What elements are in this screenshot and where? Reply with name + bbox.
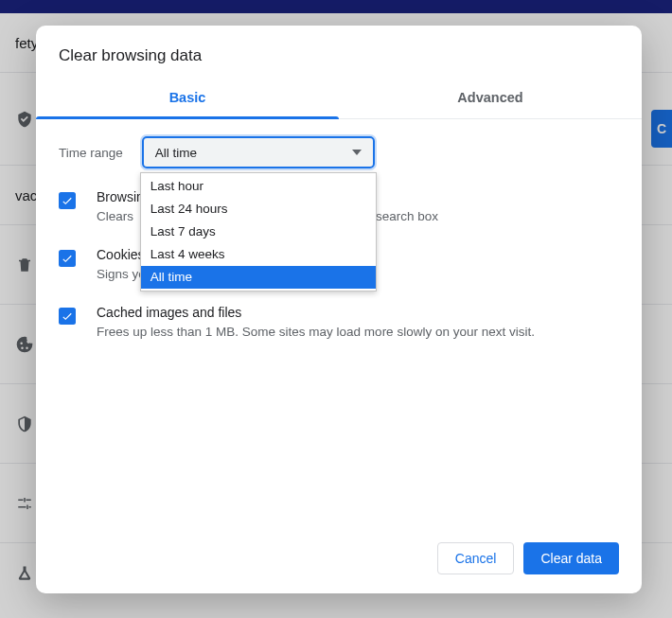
tabs: Basic Advanced xyxy=(36,79,642,119)
time-range-value: All time xyxy=(155,146,197,160)
dialog-body: Time range All time Last hour Last 24 ho… xyxy=(36,119,642,527)
time-range-label: Time range xyxy=(59,146,123,160)
checkbox-cookies[interactable] xyxy=(59,250,76,267)
option-sub-prefix: Clears xyxy=(97,208,133,226)
caret-down-icon xyxy=(352,150,362,155)
clear-data-button[interactable]: Clear data xyxy=(523,542,619,574)
time-range-select-wrap: All time Last hour Last 24 hours Last 7 … xyxy=(142,136,375,168)
time-range-dropdown: Last hour Last 24 hours Last 7 days Last… xyxy=(140,172,377,291)
cancel-button[interactable]: Cancel xyxy=(437,542,515,574)
option-heading: Cached images and files xyxy=(97,305,535,320)
clear-browsing-data-dialog: Clear browsing data Basic Advanced Time … xyxy=(36,26,642,593)
checkbox-browsing-history[interactable] xyxy=(59,192,76,209)
option-text: Cached images and files Frees up less th… xyxy=(97,305,535,342)
dialog-title: Clear browsing data xyxy=(36,26,642,79)
dialog-footer: Cancel Clear data xyxy=(36,527,642,593)
time-range-select[interactable]: All time xyxy=(142,136,375,168)
checkbox-cached[interactable] xyxy=(59,308,76,325)
option-cached: Cached images and files Frees up less th… xyxy=(59,305,619,342)
time-range-row: Time range All time Last hour Last 24 ho… xyxy=(59,136,619,168)
time-range-option[interactable]: Last 4 weeks xyxy=(141,243,376,266)
tab-advanced[interactable]: Advanced xyxy=(339,79,642,118)
time-range-option-selected[interactable]: All time xyxy=(141,266,376,289)
option-sub-suffix: search box xyxy=(376,208,438,226)
time-range-option[interactable]: Last 24 hours xyxy=(141,198,376,221)
option-sub: Frees up less than 1 MB. Some sites may … xyxy=(97,324,535,342)
time-range-option[interactable]: Last 7 days xyxy=(141,221,376,243)
tab-basic[interactable]: Basic xyxy=(36,79,339,118)
time-range-option[interactable]: Last hour xyxy=(141,175,376,198)
